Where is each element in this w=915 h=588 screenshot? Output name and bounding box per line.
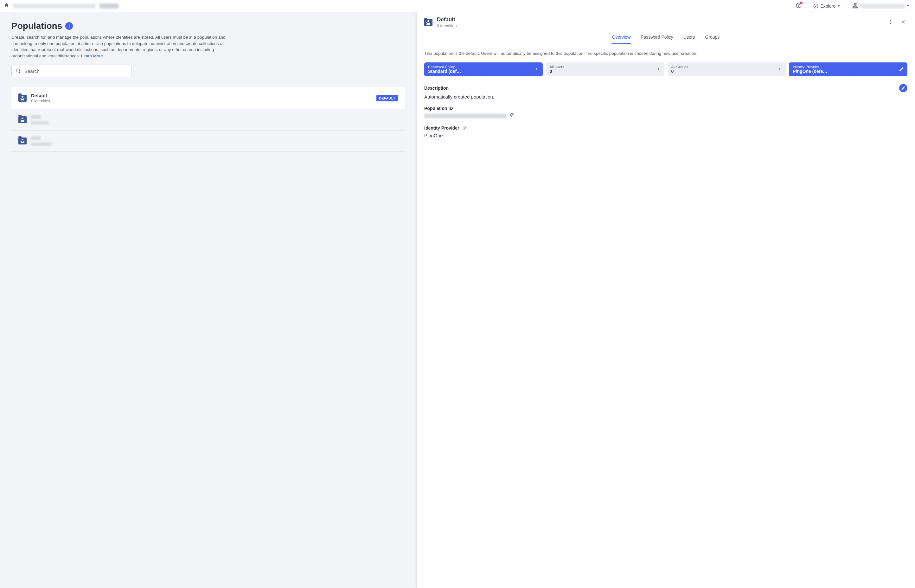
more-options-button[interactable]: [886, 18, 895, 27]
detail-panel: Default 0 identities Overview Password P…: [416, 12, 915, 588]
chevron-right-icon: [534, 67, 539, 72]
population-icon: [18, 95, 27, 102]
idp-heading: Identity Provider ?: [424, 125, 467, 131]
user-menu[interactable]: [850, 1, 911, 11]
divider: [807, 2, 807, 10]
population-icon: [18, 137, 27, 144]
home-icon[interactable]: [4, 3, 10, 9]
main-panel: Populations + Create, search for, and ma…: [0, 12, 416, 588]
default-population-info: This population is the default. Users wi…: [424, 50, 907, 57]
idp-value: PingOne: [424, 133, 907, 138]
help-icon[interactable]: [794, 1, 803, 11]
population-sub: 0 identities: [31, 99, 372, 103]
svg-point-3: [854, 3, 856, 5]
svg-point-6: [890, 23, 891, 24]
detail-title: Default: [437, 16, 882, 23]
svg-point-4: [890, 19, 891, 21]
pencil-icon: [899, 67, 904, 72]
default-badge: DEFAULT: [376, 95, 398, 102]
notification-dot-icon: [800, 2, 802, 4]
population-sub-redacted: [31, 142, 52, 146]
population-row[interactable]: [11, 109, 405, 131]
divider: [846, 2, 846, 10]
user-name-redacted: [860, 4, 905, 8]
edit-description-button[interactable]: [899, 84, 907, 92]
chevron-down-icon: [907, 5, 909, 6]
description-value: Automatically created population.: [424, 94, 907, 100]
close-button[interactable]: [899, 18, 907, 27]
card-all-users[interactable]: All Users 0: [546, 62, 664, 76]
breadcrumb-redacted: [13, 4, 96, 8]
learn-more-link[interactable]: Learn More: [81, 53, 103, 58]
population-sub-redacted: [31, 121, 48, 124]
search-icon: [16, 68, 21, 74]
population-icon: [18, 116, 27, 123]
tab-groups[interactable]: Groups: [704, 31, 720, 44]
top-bar: Explore: [0, 0, 915, 12]
population-row[interactable]: [11, 131, 405, 152]
tab-overview[interactable]: Overview: [612, 31, 631, 44]
population-id-heading: Population ID: [424, 106, 453, 111]
chevron-down-icon: [838, 5, 840, 6]
tab-users[interactable]: Users: [683, 31, 696, 44]
svg-point-5: [890, 21, 891, 23]
population-name: Default: [31, 93, 372, 98]
detail-sub: 0 identities: [437, 23, 882, 28]
chevron-right-icon: [778, 67, 782, 72]
chevron-right-icon: [656, 67, 661, 72]
population-list: Default 0 identities DEFAULT: [11, 87, 405, 152]
population-id-redacted: [424, 114, 507, 118]
copy-id-button[interactable]: [510, 113, 515, 119]
explore-label: Explore: [821, 3, 836, 8]
description-heading: Description: [424, 86, 449, 90]
card-identity-provider[interactable]: Identity Provider PingOne (defa…: [789, 62, 907, 76]
explore-button[interactable]: Explore: [811, 2, 842, 10]
detail-tabs: Overview Password Policy Users Groups: [424, 31, 907, 44]
card-all-groups[interactable]: All Groups 0: [668, 62, 786, 76]
page-description: Create, search for, and manage the popul…: [11, 34, 227, 59]
search-field[interactable]: [24, 68, 127, 74]
summary-cards: Password Policy Standard (def… All Users…: [424, 62, 907, 76]
breadcrumb-redacted: [100, 3, 118, 8]
avatar-icon: [852, 2, 859, 10]
population-row[interactable]: Default 0 identities DEFAULT: [11, 87, 405, 109]
search-input[interactable]: [11, 65, 132, 77]
add-population-button[interactable]: +: [65, 22, 73, 30]
population-icon: [424, 19, 432, 26]
help-icon[interactable]: ?: [462, 125, 468, 131]
page-title: Populations: [11, 21, 62, 31]
tab-password-policy[interactable]: Password Policy: [640, 31, 674, 44]
card-password-policy[interactable]: Password Policy Standard (def…: [424, 62, 543, 76]
population-name-redacted: [31, 115, 40, 119]
population-name-redacted: [31, 136, 40, 140]
